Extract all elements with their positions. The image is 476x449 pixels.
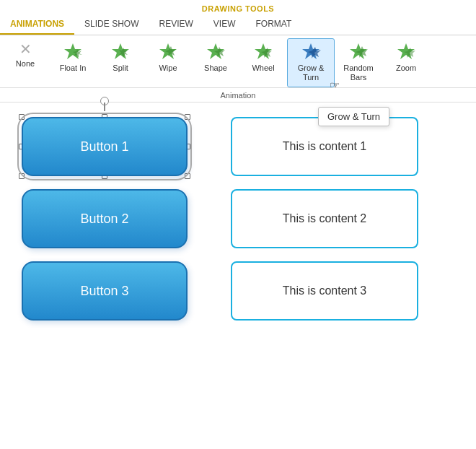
tab-review[interactable]: REVIEW (149, 14, 203, 35)
content-box-2: This is content 2 (231, 189, 418, 248)
drawing-tools-label: DRAWING TOOLS (202, 4, 274, 13)
tooltip-text: Grow & Turn (327, 111, 380, 122)
handle-tl-1[interactable] (19, 114, 25, 120)
anim-random-bars[interactable]: Random Bars (335, 38, 382, 87)
anim-wipe[interactable]: Wipe (144, 38, 192, 78)
ribbon-section-label: Animation (221, 91, 256, 100)
anim-grow-turn-label: Grow & Turn (289, 64, 332, 82)
slide-button-2[interactable]: Button 2 (22, 189, 188, 248)
slide-button-3-label: Button 3 (80, 284, 128, 299)
handle-tr-1[interactable] (185, 114, 190, 120)
anim-wheel[interactable]: Wheel (239, 38, 287, 78)
wheel-icon (253, 42, 273, 62)
tab-animations[interactable]: ANIMATIONS (0, 14, 74, 35)
animation-ribbon: ✕ None Float In Split Wipe (0, 35, 476, 88)
anim-wipe-label: Wipe (159, 64, 177, 73)
random-bars-icon (348, 42, 369, 62)
grow-turn-icon (301, 42, 321, 62)
slide-button-1[interactable]: Button 1 (22, 117, 188, 176)
cursor-icon: ☞ (330, 79, 340, 88)
anim-grow-turn[interactable]: Grow & Turn ☞ (287, 38, 335, 87)
svg-marker-0 (64, 43, 81, 59)
tab-slideshow[interactable]: SLIDE SHOW (74, 14, 149, 35)
float-in-icon (63, 42, 83, 62)
anim-zoom-label: Zoom (396, 64, 416, 73)
button-1-wrap: Button 1 (22, 117, 188, 176)
tab-ribbon: ANIMATIONS SLIDE SHOW REVIEW VIEW FORMAT (0, 14, 476, 35)
tooltip-popup: Grow & Turn (318, 107, 389, 126)
anim-none-label: None (16, 59, 35, 69)
content-box-2-label: This is content 2 (283, 212, 367, 225)
split-icon (110, 42, 131, 62)
slide-button-3[interactable]: Button 3 (22, 261, 188, 321)
slide-row-1: Button 1 This is content 1 (22, 117, 454, 176)
tab-view[interactable]: VIEW (203, 14, 246, 35)
tab-format[interactable]: FORMAT (245, 14, 301, 35)
rotate-handle-line-1 (104, 103, 105, 111)
content-box-3-label: This is content 3 (283, 284, 367, 297)
handle-bl-1[interactable] (19, 173, 25, 179)
anim-none[interactable]: ✕ None (1, 38, 49, 74)
canvas-area: Button 1 This is content 1 Button 2 This… (0, 103, 476, 335)
none-icon: ✕ (19, 42, 32, 56)
anim-float-in[interactable]: Float In (49, 38, 97, 78)
wipe-icon (158, 42, 178, 62)
shape-icon (206, 42, 226, 62)
handle-br-1[interactable] (185, 173, 190, 179)
slide-row-3: Button 3 This is content 3 (22, 261, 454, 321)
anim-shape-label: Shape (204, 64, 227, 73)
anim-split-label: Split (113, 64, 128, 73)
anim-split[interactable]: Split (97, 38, 144, 78)
anim-float-in-label: Float In (60, 64, 87, 73)
anim-random-bars-label: Random Bars (337, 64, 380, 82)
drawing-tools-bar: DRAWING TOOLS (0, 0, 476, 14)
anim-zoom[interactable]: Zoom (382, 38, 430, 78)
content-box-3: This is content 3 (231, 261, 418, 321)
slide-row-2: Button 2 This is content 2 (22, 189, 454, 248)
slide-button-2-label: Button 2 (80, 212, 128, 227)
content-box-1-label: This is content 1 (283, 140, 367, 153)
slide-button-1-label: Button 1 (80, 139, 128, 154)
anim-wheel-label: Wheel (252, 64, 274, 73)
ribbon-section-row: Animation (0, 88, 476, 103)
anim-shape[interactable]: Shape (192, 38, 239, 78)
zoom-icon (396, 42, 416, 62)
